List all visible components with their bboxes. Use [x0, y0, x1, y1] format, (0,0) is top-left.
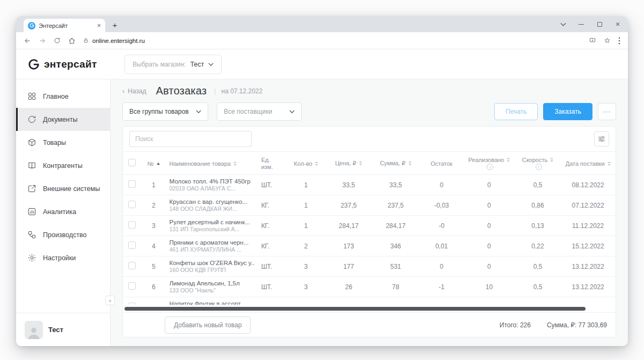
new-tab-button[interactable]: + — [108, 18, 121, 31]
product-code-supplier: 461 ИП ХУРМАТУЛЛИНА ... — [170, 246, 255, 253]
sidebar-item-products[interactable]: Товары — [16, 131, 110, 154]
store-selector-label: Выбрать магазин: — [133, 61, 186, 68]
logo-text: энтерсайт — [44, 58, 97, 70]
sidebar-item-settings[interactable]: Настройки — [16, 246, 110, 269]
total-sum: Сумма, ₽: 77 303,69 — [547, 321, 607, 329]
column-header-speed[interactable]: Скоростьi — [515, 152, 561, 175]
row-checkbox[interactable] — [128, 282, 136, 290]
product-name: Молоко топл. 4% ПЭТ 450гр — [170, 178, 255, 185]
window-close-button[interactable]: × — [614, 20, 621, 28]
filter-row: Все группы товаров Все поставщики Печать… — [122, 102, 616, 121]
sidebar-item-analytics[interactable]: Аналитика — [16, 200, 110, 223]
row-sold: 10 — [463, 277, 515, 297]
back-chevron-icon: ‹ — [122, 87, 125, 95]
user-profile[interactable]: Тест — [16, 313, 110, 346]
row-quantity: 1 — [286, 216, 326, 236]
app-header: энтерсайт Выбрать магазин: Тест — [16, 49, 628, 79]
store-selector[interactable]: Выбрать магазин: Тест — [125, 55, 222, 74]
send-to-device-icon[interactable] — [589, 37, 596, 44]
sidebar-item-label: Контрагенты — [43, 162, 83, 170]
row-speed: 0,5 — [515, 175, 561, 195]
more-actions-button[interactable]: ··· — [598, 103, 616, 120]
select-all-checkbox[interactable] — [128, 159, 136, 166]
sort-icon — [550, 158, 553, 162]
add-product-button[interactable]: Добавить новый товар — [165, 317, 251, 334]
row-checkbox[interactable] — [128, 303, 136, 305]
suppliers-select[interactable]: Все поставщики — [217, 102, 302, 121]
tab-close-icon[interactable]: × — [97, 23, 101, 29]
row-delivery-date: 13.12.2022 — [560, 256, 616, 277]
column-header-sum[interactable]: Сумма, ₽ — [371, 152, 420, 175]
product-code-supplier: 133 ООО "Наиль" — [170, 287, 255, 294]
row-price: 284,17 — [326, 216, 371, 236]
sidebar-item-main[interactable]: Главное — [16, 85, 110, 108]
row-checkbox[interactable] — [128, 241, 136, 249]
product-code-supplier: 02019 ОАО АЛАБУГА С... — [170, 185, 255, 192]
info-icon[interactable]: i — [536, 164, 542, 170]
sidebar-item-production[interactable]: Производство — [16, 223, 110, 246]
table-row[interactable]: 5 Конфеты шок O'ZERA Вкус у... 160 ООО К… — [123, 256, 616, 277]
table-row[interactable]: 2 Круассан с вар. сгущенко... 148 ООО СЛ… — [123, 195, 616, 216]
forward-icon[interactable] — [39, 37, 46, 45]
sidebar-item-contractors[interactable]: Контрагенты — [16, 154, 110, 177]
order-button[interactable]: Заказать — [543, 103, 592, 120]
row-checkbox[interactable] — [128, 221, 136, 229]
row-sum: 406 — [371, 297, 420, 305]
row-quantity: 1 — [286, 195, 326, 216]
home-icon[interactable] — [68, 37, 76, 45]
sidebar-collapse-button[interactable]: ‹ — [105, 296, 115, 305]
table-row[interactable]: 1 Молоко топл. 4% ПЭТ 450гр 02019 ОАО АЛ… — [123, 175, 616, 195]
row-quantity: 3 — [286, 256, 326, 277]
sidebar-item-external-systems[interactable]: Внешние системы — [16, 177, 110, 200]
table-row[interactable]: 7 Напиток Фрутик в ассорт. ... 02066 ИП … — [123, 297, 616, 305]
search-input[interactable] — [129, 131, 252, 147]
scrollbar-thumb[interactable] — [125, 307, 586, 311]
product-name: Конфеты шок O'ZERA Вкус у... — [170, 259, 255, 267]
table-row[interactable]: 4 Пряники с ароматом черн... 461 ИП ХУРМ… — [123, 236, 616, 256]
row-price: 173 — [326, 236, 371, 256]
row-checkbox[interactable] — [128, 262, 136, 269]
sidebar-item-label: Главное — [43, 93, 69, 100]
product-groups-select[interactable]: Все группы товаров — [122, 102, 208, 121]
window-minimize-button[interactable] — [577, 20, 585, 28]
product-name: Пряники с ароматом черн... — [170, 239, 255, 246]
row-speed: 0,13 — [515, 216, 561, 236]
row-sold: 0 — [463, 236, 515, 256]
column-header-num[interactable]: № — [141, 152, 166, 175]
table-row[interactable]: 6 Лимонад Апельсин, 1,5л 133 ООО "Наиль"… — [123, 277, 616, 297]
row-sum: 237,5 — [371, 195, 420, 216]
chevron-down-icon — [196, 110, 201, 113]
column-header-name[interactable]: Наименование товара — [166, 152, 258, 175]
address-bar[interactable]: online.entersight.ru — [83, 38, 581, 44]
row-checkbox[interactable] — [128, 201, 136, 208]
row-sold: 0 — [463, 216, 515, 236]
sort-icon — [608, 161, 611, 166]
box-icon — [27, 138, 36, 147]
column-header-date[interactable]: Дата поставки — [560, 152, 616, 175]
back-icon[interactable] — [24, 37, 31, 45]
column-header-qty[interactable]: Кол-во — [286, 152, 326, 175]
row-checkbox[interactable] — [128, 180, 136, 188]
info-icon[interactable]: i — [487, 164, 493, 170]
row-unit: ШТ. — [258, 277, 286, 297]
suppliers-select-value: Все поставщики — [224, 108, 272, 115]
row-stock: 0,01 — [420, 236, 464, 256]
flow-icon — [27, 230, 36, 239]
product-name: Рулет десертный с начинк... — [170, 218, 255, 226]
table-row[interactable]: 3 Рулет десертный с начинк... 131 ИП Тар… — [123, 216, 616, 236]
bookmark-star-icon[interactable] — [604, 37, 611, 44]
column-header-price[interactable]: Цена, ₽ — [326, 152, 371, 175]
page-header: ‹ Назад Автозаказ | на 07.12.2022 — [122, 85, 616, 97]
back-link[interactable]: ‹ Назад — [122, 87, 146, 95]
sidebar-item-documents[interactable]: Документы — [16, 108, 110, 131]
browser-tab[interactable]: Энтерсайт × — [24, 19, 105, 32]
column-header-sold[interactable]: Реализованоi — [463, 152, 515, 175]
column-header-unit: Ед. изм. — [258, 152, 286, 175]
print-button[interactable]: Печать — [494, 103, 538, 120]
window-maximize-button[interactable] — [596, 20, 603, 28]
product-code-supplier: 160 ООО КДВ ГРУПП — [170, 267, 255, 274]
window-menu-chevron-icon[interactable] — [559, 20, 567, 28]
refresh-icon[interactable] — [54, 37, 61, 44]
table-settings-button[interactable] — [594, 131, 609, 146]
browser-menu-dots-icon[interactable] — [618, 37, 620, 45]
